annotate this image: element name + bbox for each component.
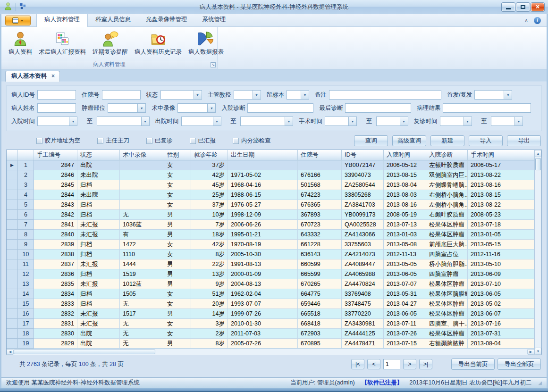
table-row[interactable]: 142834归档1505女51岁1962-02-0466477533769408… — [7, 289, 534, 299]
table-row[interactable]: 152833归档无女20岁1993-07-0765944633748475201… — [7, 299, 534, 309]
column-header-入院时间[interactable]: 入院时间 — [384, 150, 426, 160]
table-row[interactable]: 182830出院无女2岁2011-07-03672903ZA4444125201… — [7, 329, 534, 339]
last-page-button[interactable]: >| — [419, 359, 432, 369]
maximize-button[interactable] — [516, 3, 530, 11]
checkbox-box[interactable] — [190, 138, 196, 144]
filter-date-to-复诊时间[interactable]: ▼ — [491, 117, 523, 126]
dropdown-arrow-icon[interactable]: ▼ — [213, 117, 221, 125]
first-page-button[interactable]: |< — [351, 359, 364, 369]
filter-combo-术中录像[interactable]: ▼ — [177, 103, 216, 113]
ribbon-button-3[interactable]: 近期复诊提醒 — [89, 29, 131, 58]
filter-combo-主管教授[interactable]: ▼ — [234, 90, 261, 100]
column-header-就诊年龄[interactable]: 就诊年龄 — [191, 150, 228, 160]
next-page-button[interactable]: > — [403, 359, 416, 369]
filter-input-住院号[interactable] — [102, 90, 141, 100]
checkbox-胶片地址为空[interactable]: 胶片地址为空 — [36, 137, 80, 145]
filter-input-病人ID号[interactable] — [37, 90, 76, 100]
action-button-查询[interactable]: 查询 — [354, 135, 388, 146]
filter-date-from-出院时间[interactable]: ▼ — [181, 117, 221, 126]
dropdown-arrow-icon[interactable]: ▼ — [141, 117, 149, 125]
action-button-高级查询[interactable]: 高级查询 — [392, 135, 426, 146]
collapse-ribbon-icon[interactable]: ∧ — [524, 18, 528, 23]
table-row[interactable]: 82840未汇报有男18岁1995-01-21643332ZA414306620… — [7, 230, 534, 240]
export-all-pages-button[interactable]: 导出全部页 — [497, 359, 541, 370]
table-row[interactable]: 102838归档1110女8岁2005-10-30636143ZA4214073… — [7, 250, 534, 259]
action-button-导出[interactable]: 导出 — [507, 135, 541, 146]
table-row[interactable]: ▶12847出院女37岁YB00721472006-05-12左额叶胶质瘤200… — [7, 160, 534, 170]
action-button-新建[interactable]: 新建 — [430, 135, 464, 146]
table-row[interactable]: 22846未出院女42岁1971-05-02676166339040732013… — [7, 170, 534, 180]
page-number-input[interactable] — [383, 359, 400, 369]
checkbox-已汇报[interactable]: 已汇报 — [190, 137, 216, 145]
horizontal-scrollbar[interactable]: ◀ ▶ — [7, 349, 534, 355]
table-row[interactable]: 172831未汇报无女3岁2010-01-30668418ZA343098120… — [7, 319, 534, 329]
filter-date-to-手术时间[interactable]: ▼ — [376, 117, 408, 126]
table-row[interactable]: 112837未汇报1444男22岁1991-08-13660599ZA40894… — [7, 259, 534, 269]
dialog-launcher-icon[interactable]: ↘ — [211, 62, 216, 67]
license-registered-link[interactable]: 【软件已注册】 — [362, 379, 403, 387]
ribbon-tab-1[interactable]: 病人资料管理 — [36, 13, 88, 27]
table-row[interactable]: 192829出院无男8岁2005-07-26670895ZA4478471201… — [7, 339, 534, 349]
dropdown-arrow-icon[interactable]: ▼ — [504, 91, 512, 99]
dropdown-arrow-icon[interactable]: ▼ — [464, 117, 472, 125]
table-row[interactable]: 42844未出院女25岁1988-06-15674223338052682013… — [7, 190, 534, 200]
table-row[interactable]: 32845归档女45岁1968-04-16501568ZA25805442013… — [7, 180, 534, 190]
prev-page-button[interactable]: < — [367, 359, 380, 369]
ribbon-button-5[interactable]: 病人数据报表 — [185, 29, 227, 58]
filter-date-to-入院时间[interactable]: ▼ — [97, 117, 150, 126]
ribbon-tab-3[interactable]: 光盘录像带管理 — [138, 13, 195, 26]
scroll-up-icon[interactable]: ▲ — [535, 150, 541, 157]
dropdown-arrow-icon[interactable]: ▼ — [207, 104, 215, 112]
dropdown-arrow-icon[interactable]: ▼ — [69, 117, 77, 125]
application-menu-button[interactable]: ▼ — [5, 16, 31, 25]
filter-date-from-入院时间[interactable]: ▼ — [37, 117, 77, 126]
filter-combo-留标本[interactable]: ▼ — [287, 90, 309, 100]
close-button[interactable]: × — [531, 3, 544, 11]
vertical-scroll-thumb[interactable] — [535, 158, 541, 170]
dropdown-arrow-icon[interactable]: ▼ — [194, 91, 202, 99]
filter-input-入院诊断[interactable] — [247, 103, 313, 113]
filter-input-最后诊断[interactable] — [345, 103, 411, 113]
ribbon-tab-4[interactable]: 系统管理 — [195, 13, 234, 26]
quick-access-grid-icon[interactable] — [19, 3, 26, 12]
checkbox-box[interactable] — [36, 138, 42, 144]
checkbox-box[interactable] — [233, 138, 239, 144]
app-logo-person-icon[interactable] — [4, 2, 12, 12]
column-header-性别[interactable]: 性别 — [164, 150, 191, 160]
table-row[interactable]: 122836归档1519男13岁2000-01-09665599ZA406598… — [7, 269, 534, 279]
info-icon[interactable]: i — [534, 17, 541, 24]
table-row[interactable]: 92839归档1472女42岁1970-08-19661228337556032… — [7, 240, 534, 250]
column-header-手术时间[interactable]: 手术时间 — [468, 150, 534, 160]
table-row[interactable]: 62842归档无男10岁1998-12-09367893YB0099173200… — [7, 210, 534, 220]
column-header-ID号[interactable]: ID号 — [342, 150, 384, 160]
dropdown-arrow-icon[interactable]: ▼ — [285, 117, 293, 125]
filter-date-from-手术时间[interactable]: ▼ — [325, 117, 357, 126]
dropdown-arrow-icon[interactable]: ▼ — [253, 91, 261, 99]
dropdown-arrow-icon[interactable]: ▼ — [348, 117, 356, 125]
action-button-导入[interactable]: 导入 — [469, 135, 503, 146]
table-row[interactable]: 132835未汇报1012蓝男9岁2004-08-13670265ZA44708… — [7, 279, 534, 289]
column-header-状态[interactable]: 状态 — [77, 150, 120, 160]
dropdown-arrow-icon[interactable]: ▼ — [137, 104, 145, 112]
tab-patient-basic-info[interactable]: 病人基本资料 × — [5, 71, 60, 82]
checkbox-内分泌检查[interactable]: 内分泌检查 — [233, 137, 271, 145]
filter-date-to-出院时间[interactable]: ▼ — [240, 117, 293, 126]
column-header-住院号[interactable]: 住院号 — [298, 150, 342, 160]
filter-date-from-复诊时间[interactable]: ▼ — [440, 117, 472, 126]
ribbon-button-4[interactable]: 病人资料历史记录 — [131, 29, 185, 58]
column-header-术中录像[interactable]: 术中录像 — [120, 150, 164, 160]
vertical-scrollbar[interactable]: ▲ ▼ — [534, 150, 541, 355]
checkbox-box[interactable] — [97, 138, 103, 144]
checkbox-box[interactable] — [146, 138, 152, 144]
dropdown-arrow-icon[interactable]: ▼ — [514, 117, 523, 125]
column-header-手工编号[interactable]: 手工编号 — [34, 150, 77, 160]
filter-combo-肿瘤部位[interactable]: ▼ — [108, 103, 146, 113]
ribbon-button-2[interactable]: 术后病人汇报资料 — [35, 29, 89, 58]
filter-combo-首发/复发[interactable]: ▼ — [474, 90, 512, 100]
scroll-down-icon[interactable]: ▼ — [535, 348, 541, 355]
export-current-page-button[interactable]: 导出当前页 — [451, 359, 495, 370]
column-header-入院诊断[interactable]: 入院诊断 — [426, 150, 468, 160]
table-row[interactable]: 72841未汇报1036蓝男7岁2006-06-26670723QA002552… — [7, 220, 534, 230]
checkbox-已复诊[interactable]: 已复诊 — [146, 137, 173, 145]
filter-input-病理结果[interactable] — [443, 103, 531, 113]
